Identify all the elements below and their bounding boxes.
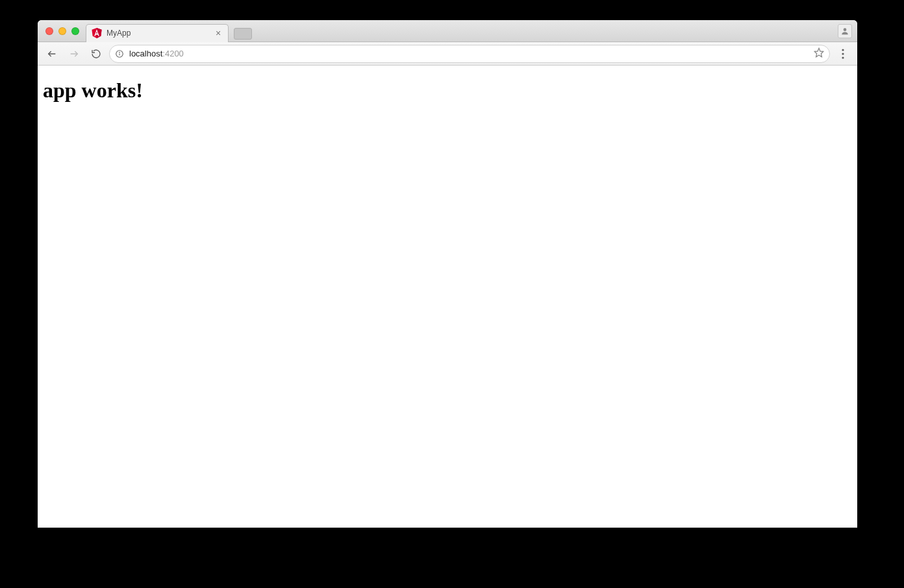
tab-title: MyApp <box>107 29 214 38</box>
svg-point-10 <box>842 53 844 55</box>
browser-window: MyApp × <box>38 20 857 528</box>
toolbar: localhost:4200 <box>38 42 857 66</box>
page-heading: app works! <box>43 79 852 103</box>
angular-icon <box>92 28 102 38</box>
new-tab-button[interactable] <box>234 28 252 40</box>
window-maximize-button[interactable] <box>71 27 79 35</box>
arrow-left-icon <box>47 49 57 59</box>
url-port: :4200 <box>162 49 184 58</box>
reload-icon <box>91 49 101 59</box>
svg-marker-8 <box>814 48 823 56</box>
more-vertical-icon <box>842 49 844 59</box>
svg-point-9 <box>842 49 844 51</box>
tab-bar: MyApp × <box>38 20 857 42</box>
svg-point-7 <box>119 52 120 53</box>
close-icon[interactable]: × <box>214 29 223 38</box>
star-icon <box>814 47 824 58</box>
browser-tab-active[interactable]: MyApp × <box>86 24 229 42</box>
back-button[interactable] <box>43 45 61 63</box>
page-content: app works! <box>38 66 857 528</box>
window-minimize-button[interactable] <box>58 27 66 35</box>
url-text: localhost:4200 <box>129 49 184 58</box>
browser-menu-button[interactable] <box>834 45 852 63</box>
bookmark-button[interactable] <box>814 47 824 60</box>
forward-button[interactable] <box>65 45 83 63</box>
profile-button[interactable] <box>838 24 852 38</box>
person-icon <box>840 27 849 36</box>
address-bar[interactable]: localhost:4200 <box>109 45 830 63</box>
url-host: localhost <box>129 49 162 58</box>
window-traffic-lights <box>38 27 86 35</box>
svg-point-2 <box>844 28 847 31</box>
site-info-icon[interactable] <box>115 49 124 58</box>
svg-point-11 <box>842 56 844 58</box>
arrow-right-icon <box>69 49 79 59</box>
window-close-button[interactable] <box>45 27 53 35</box>
reload-button[interactable] <box>87 45 105 63</box>
